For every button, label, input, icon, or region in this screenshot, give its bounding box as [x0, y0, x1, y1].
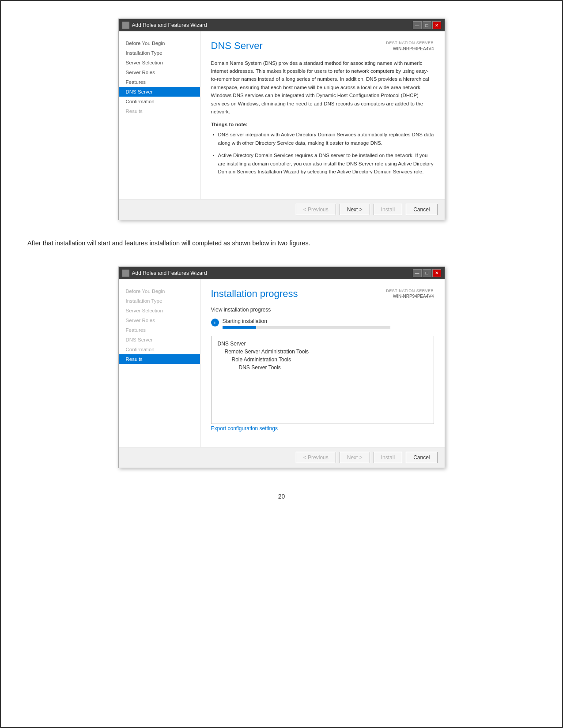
nav-installation-type-2: Installation Type [119, 296, 200, 306]
wizard-footer-2: < Previous Next > Install Cancel [119, 447, 445, 468]
install-button-1[interactable]: Install [374, 204, 402, 215]
nav-server-roles-1[interactable]: Server Roles [119, 68, 200, 77]
progress-bar-fill [223, 326, 256, 329]
page-content: Add Roles and Features Wizard — □ ✕ Befo… [27, 19, 536, 500]
progress-item: i Starting installation [211, 318, 434, 329]
wizard-content-1: DNS Server DESTINATION SERVER WIN-NRP94P… [200, 31, 445, 199]
install-button-2[interactable]: Install [374, 452, 402, 463]
nav-before-you-begin-1[interactable]: Before You Begin [119, 38, 200, 48]
previous-button-2[interactable]: < Previous [296, 452, 336, 463]
things-to-note-title: Things to note: [211, 122, 434, 127]
cancel-button-1[interactable]: Cancel [406, 204, 437, 215]
wizard-title-2: Add Roles and Features Wizard [132, 270, 207, 276]
wizard-nav-2: Before You Begin Installation Type Serve… [119, 279, 200, 447]
previous-button-1[interactable]: < Previous [296, 204, 336, 215]
nav-confirmation-1[interactable]: Confirmation [119, 97, 200, 106]
close-button-2[interactable]: ✕ [432, 269, 441, 277]
export-config-link[interactable]: Export configuration settings [211, 425, 278, 432]
nav-confirmation-2: Confirmation [119, 345, 200, 354]
nav-before-you-begin-2: Before You Begin [119, 286, 200, 296]
titlebar-left-2: Add Roles and Features Wizard [122, 270, 207, 277]
content-header-2: Installation progress DESTINATION SERVER… [211, 288, 434, 305]
wizard-destination-2: DESTINATION SERVER WIN-NRP94PEA4V4 [386, 288, 434, 300]
starting-installation-text: Starting installation [223, 318, 390, 324]
wizard-header-title-2: Installation progress [211, 288, 298, 300]
close-button-1[interactable]: ✕ [432, 21, 441, 29]
wizard-body-2: Before You Begin Installation Type Serve… [119, 279, 445, 447]
wizard-description-1: Domain Name System (DNS) provides a stan… [211, 59, 434, 116]
nav-results-1: Results [119, 106, 200, 116]
minimize-button-1[interactable]: — [413, 21, 422, 29]
content-header-1: DNS Server DESTINATION SERVER WIN-NRP94P… [211, 40, 434, 57]
wizard-nav-1: Before You Begin Installation Type Serve… [119, 31, 200, 199]
info-icon: i [211, 319, 219, 326]
next-button-1[interactable]: Next > [340, 204, 370, 215]
destination-label-2: DESTINATION SERVER [386, 288, 434, 294]
install-item-rsat: Remote Server Administration Tools [225, 349, 427, 355]
view-progress-label: View installation progress [211, 307, 434, 313]
next-button-2[interactable]: Next > [340, 452, 370, 463]
titlebar-controls-2: — □ ✕ [413, 269, 441, 277]
maximize-button-1[interactable]: □ [423, 21, 431, 29]
nav-dns-server-1[interactable]: DNS Server [119, 87, 200, 97]
maximize-button-2[interactable]: □ [423, 269, 431, 277]
wizard-dialog-2: Add Roles and Features Wizard — □ ✕ Befo… [118, 266, 445, 468]
wizard-app-icon [122, 22, 129, 29]
installation-list-box: DNS Server Remote Server Administration … [211, 336, 434, 424]
nav-features-1[interactable]: Features [119, 77, 200, 87]
nav-results-2[interactable]: Results [119, 354, 200, 364]
wizard-header-title-1: DNS Server [211, 40, 263, 52]
progress-bar-container [223, 326, 390, 329]
nav-installation-type-1[interactable]: Installation Type [119, 48, 200, 58]
wizard-dialog-1: Add Roles and Features Wizard — □ ✕ Befo… [118, 19, 445, 220]
wizard-bullets-1: DNS server integration with Active Direc… [211, 131, 434, 176]
wizard-content-2: Installation progress DESTINATION SERVER… [200, 279, 445, 447]
destination-server-1: WIN-NRP94PEA4V4 [386, 46, 434, 52]
wizard-title-1: Add Roles and Features Wizard [132, 22, 207, 28]
wizard-titlebar-2: Add Roles and Features Wizard — □ ✕ [119, 267, 445, 279]
wizard-body-1: Before You Begin Installation Type Serve… [119, 31, 445, 199]
titlebar-controls-1: — □ ✕ [413, 21, 441, 29]
minimize-button-2[interactable]: — [413, 269, 422, 277]
destination-label-1: DESTINATION SERVER [386, 40, 434, 46]
bullet-item-1: DNS server integration with Active Direc… [211, 131, 434, 147]
wizard-footer-1: < Previous Next > Install Cancel [119, 199, 445, 220]
cancel-button-2[interactable]: Cancel [406, 452, 437, 463]
install-item-rat: Role Administration Tools [232, 356, 427, 363]
titlebar-left: Add Roles and Features Wizard [122, 22, 207, 29]
between-text: After that installation will start and f… [27, 238, 536, 249]
nav-server-roles-2: Server Roles [119, 315, 200, 325]
nav-dns-server-2: DNS Server [119, 335, 200, 345]
page-number: 20 [27, 493, 536, 500]
nav-server-selection-1[interactable]: Server Selection [119, 58, 200, 68]
install-item-dst: DNS Server Tools [239, 364, 427, 371]
destination-server-2: WIN-NRP94PEA4V4 [386, 293, 434, 300]
nav-server-selection-2: Server Selection [119, 306, 200, 315]
wizard-destination-1: DESTINATION SERVER WIN-NRP94PEA4V4 [386, 40, 434, 52]
nav-features-2: Features [119, 325, 200, 335]
bullet-item-2: Active Directory Domain Services require… [211, 151, 434, 176]
wizard-titlebar-1: Add Roles and Features Wizard — □ ✕ [119, 19, 445, 31]
wizard-app-icon-2 [122, 270, 129, 277]
install-item-dns: DNS Server [218, 341, 427, 347]
